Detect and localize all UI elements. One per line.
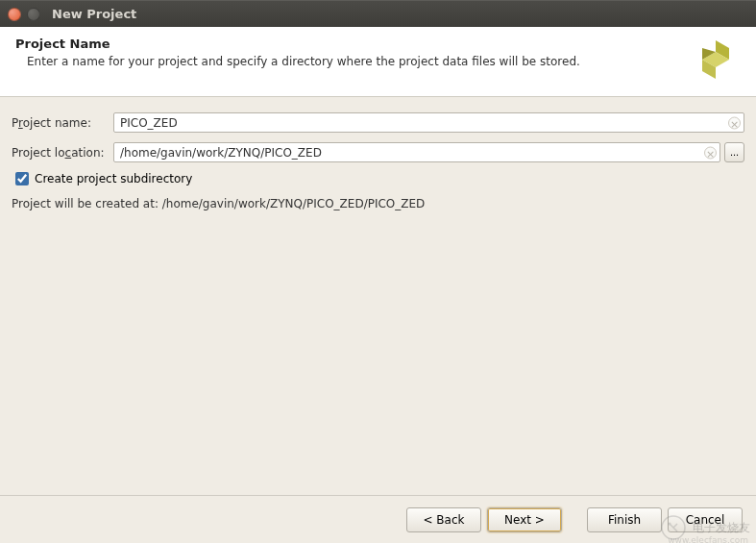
vivado-logo-icon xyxy=(695,37,741,83)
project-name-input-wrap: × xyxy=(113,112,744,133)
clear-icon[interactable]: × xyxy=(728,116,741,129)
project-location-label: Project location: xyxy=(12,146,113,160)
project-name-label: Project name: xyxy=(12,116,113,130)
project-location-input[interactable] xyxy=(113,142,720,162)
wizard-header: Project Name Enter a name for your proje… xyxy=(0,27,756,97)
page-title: Project Name xyxy=(15,37,685,51)
create-subdir-checkbox[interactable] xyxy=(15,172,29,185)
minimize-icon[interactable] xyxy=(27,8,40,21)
project-location-row: Project location: × ... xyxy=(12,142,744,162)
close-icon[interactable] xyxy=(8,8,21,21)
wizard-header-text: Project Name Enter a name for your proje… xyxy=(15,37,685,68)
cancel-button[interactable]: Cancel xyxy=(668,507,743,532)
wizard-footer: < Back Next > Finish Cancel xyxy=(0,495,756,543)
create-subdir-label: Create project subdirectory xyxy=(35,172,192,185)
project-name-row: Project name: × xyxy=(12,112,744,133)
page-description: Enter a name for your project and specif… xyxy=(15,55,685,68)
project-name-input[interactable] xyxy=(113,112,744,133)
next-button[interactable]: Next > xyxy=(487,507,562,532)
project-path-info: Project will be created at: /home/gavin/… xyxy=(12,197,744,210)
create-subdir-row: Create project subdirectory xyxy=(15,172,744,185)
window-title: New Project xyxy=(52,7,136,21)
project-location-input-wrap: × xyxy=(113,142,720,162)
back-button[interactable]: < Back xyxy=(406,507,481,532)
wizard-content: Project name: × Project location: × ... … xyxy=(0,97,756,226)
finish-button[interactable]: Finish xyxy=(587,507,662,532)
titlebar: New Project xyxy=(0,0,756,27)
clear-icon[interactable]: × xyxy=(704,146,717,159)
browse-button[interactable]: ... xyxy=(724,142,744,162)
